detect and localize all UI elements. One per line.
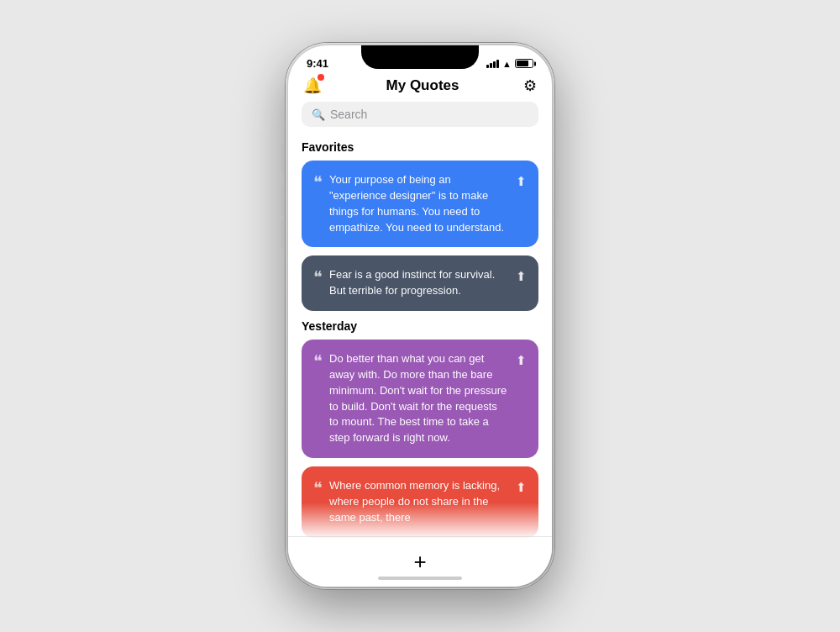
section-favorites-label: Favorites — [302, 140, 538, 154]
quote-card-4[interactable]: ❝ Where common memory is lacking, where … — [302, 466, 538, 538]
quote-card-1[interactable]: ❝ Your purpose of being an "experience d… — [302, 161, 538, 247]
quote-mark-icon-3: ❝ — [313, 353, 323, 370]
quote-card-2[interactable]: ❝ Fear is a good instinct for survival. … — [302, 255, 538, 311]
notch — [361, 45, 479, 69]
phone-frame: 9:41 ▲ 🔔 — [286, 43, 554, 589]
quote-mark-icon-2: ❝ — [313, 269, 323, 286]
share-button-2[interactable]: ⬆ — [516, 269, 527, 284]
header: 🔔 My Quotes ⚙ — [288, 73, 552, 102]
app-content: 🔔 My Quotes ⚙ 🔍 Search Favorites ❝ Your … — [288, 73, 552, 584]
notification-badge — [318, 74, 324, 81]
quotes-scroll-area[interactable]: Favorites ❝ Your purpose of being an "ex… — [288, 137, 552, 584]
search-bar[interactable]: 🔍 Search — [302, 102, 538, 127]
quote-mark-icon-4: ❝ — [313, 480, 323, 497]
bell-button[interactable]: 🔔 — [303, 76, 322, 95]
quote-text-2: Fear is a good instinct for survival. Bu… — [329, 267, 509, 299]
share-button-3[interactable]: ⬆ — [516, 353, 527, 368]
quote-mark-icon-1: ❝ — [313, 174, 323, 191]
quote-text-1: Your purpose of being an "experience des… — [329, 172, 509, 235]
settings-button[interactable]: ⚙ — [523, 76, 537, 95]
search-placeholder: Search — [330, 108, 367, 121]
section-yesterday-label: Yesterday — [302, 319, 538, 333]
signal-icon — [486, 60, 499, 68]
quote-card-3[interactable]: ❝ Do better than what you can get away w… — [302, 340, 538, 458]
phone-screen: 9:41 ▲ 🔔 — [288, 45, 552, 587]
search-icon: 🔍 — [312, 108, 325, 121]
share-button-1[interactable]: ⬆ — [516, 174, 527, 189]
page-title: My Quotes — [386, 77, 459, 94]
status-icons: ▲ — [486, 59, 533, 69]
wifi-icon: ▲ — [502, 59, 512, 69]
add-quote-button[interactable]: + — [413, 549, 426, 575]
share-button-4[interactable]: ⬆ — [516, 480, 527, 495]
status-time: 9:41 — [307, 57, 328, 70]
battery-icon — [515, 59, 533, 68]
quote-text-3: Do better than what you can get away wit… — [329, 351, 509, 446]
home-indicator — [378, 577, 462, 580]
quote-text-4: Where common memory is lacking, where pe… — [329, 478, 509, 526]
